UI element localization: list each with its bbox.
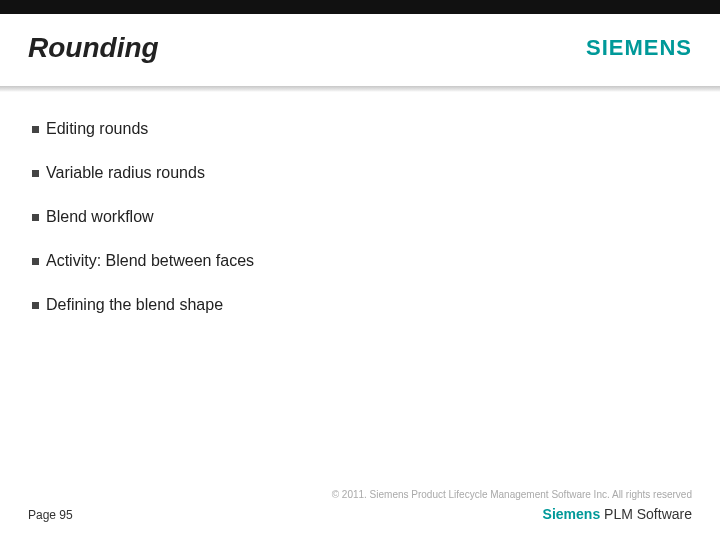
footer-row: Page 95 Siemens PLM Software: [28, 506, 692, 522]
siemens-logo: SIEMENS: [586, 35, 692, 61]
bullet-item: Editing rounds: [32, 120, 688, 138]
slide: Rounding SIEMENS Editing rounds Variable…: [0, 0, 720, 540]
page-number: Page 95: [28, 508, 73, 522]
brand-text: Siemens PLM Software: [543, 506, 692, 522]
brand-secondary: PLM Software: [600, 506, 692, 522]
bullet-item: Variable radius rounds: [32, 164, 688, 182]
copyright-text: © 2011. Siemens Product Lifecycle Manage…: [28, 489, 692, 500]
content-area: Editing rounds Variable radius rounds Bl…: [0, 92, 720, 489]
bullet-item: Blend workflow: [32, 208, 688, 226]
page-title: Rounding: [28, 32, 159, 64]
top-stripe: [0, 0, 720, 14]
brand-primary: Siemens: [543, 506, 601, 522]
bullet-item: Activity: Blend between faces: [32, 252, 688, 270]
header: Rounding SIEMENS: [0, 14, 720, 86]
bullet-item: Defining the blend shape: [32, 296, 688, 314]
footer: © 2011. Siemens Product Lifecycle Manage…: [0, 489, 720, 540]
